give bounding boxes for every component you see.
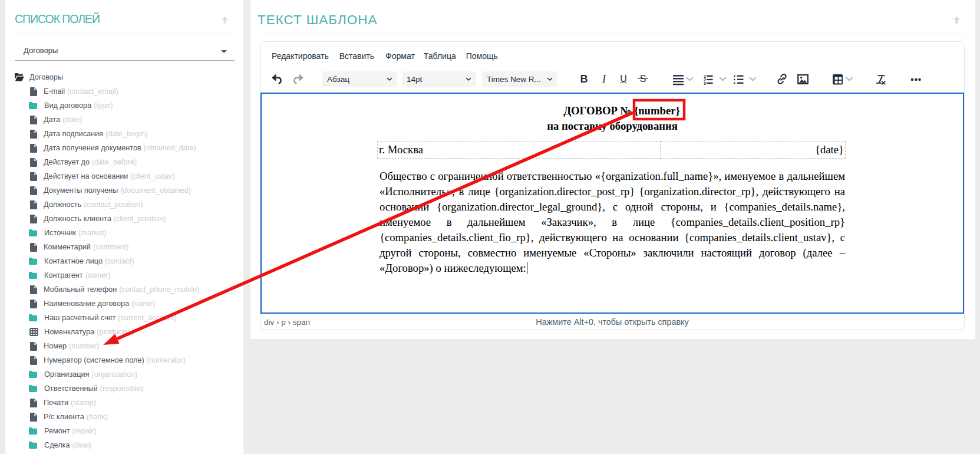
svg-text:3: 3 <box>704 81 706 85</box>
